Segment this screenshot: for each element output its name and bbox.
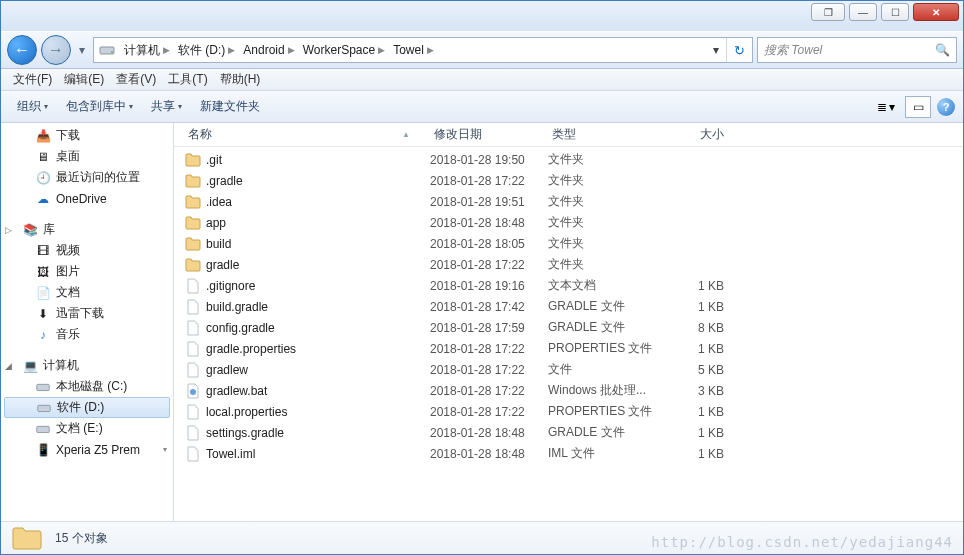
close-button[interactable]: ✕ bbox=[913, 3, 959, 21]
breadcrumb[interactable]: 软件 (D:)▶ bbox=[174, 38, 239, 62]
column-type[interactable]: 类型 bbox=[548, 126, 656, 143]
sidebar-item-onedrive[interactable]: ☁OneDrive bbox=[1, 188, 173, 209]
search-input[interactable]: 搜索 Towel 🔍 bbox=[757, 37, 957, 63]
sidebar-item-video[interactable]: 🎞视频 bbox=[1, 240, 173, 261]
chevron-right-icon: ▶ bbox=[378, 45, 385, 55]
maximize-button[interactable]: ☐ bbox=[881, 3, 909, 21]
minimize-button[interactable]: — bbox=[849, 3, 877, 21]
back-button[interactable]: ← bbox=[7, 35, 37, 65]
sidebar-item-documents[interactable]: 📄文档 bbox=[1, 282, 173, 303]
file-date: 2018-01-28 18:48 bbox=[430, 447, 548, 461]
file-type: PROPERTIES 文件 bbox=[548, 403, 656, 420]
file-row[interactable]: .gradle2018-01-28 17:22文件夹 bbox=[174, 170, 963, 191]
sidebar-item-desktop[interactable]: 🖥桌面 bbox=[1, 146, 173, 167]
history-dropdown[interactable]: ▾ bbox=[75, 36, 89, 64]
menu-view[interactable]: 查看(V) bbox=[110, 70, 162, 90]
sidebar-item-drive-c[interactable]: 本地磁盘 (C:) bbox=[1, 376, 173, 397]
file-icon bbox=[184, 446, 202, 462]
file-date: 2018-01-28 18:48 bbox=[430, 216, 548, 230]
sidebar-item-downloads[interactable]: 📥下载 bbox=[1, 125, 173, 146]
organize-button[interactable]: 组织▾ bbox=[9, 95, 56, 119]
file-row[interactable]: app2018-01-28 18:48文件夹 bbox=[174, 212, 963, 233]
sidebar-item-xperia[interactable]: 📱Xperia Z5 Prem▾ bbox=[1, 439, 173, 460]
file-name: .idea bbox=[206, 195, 430, 209]
file-name: app bbox=[206, 216, 430, 230]
file-date: 2018-01-28 19:16 bbox=[430, 279, 548, 293]
chevron-down-icon[interactable]: ▾ bbox=[163, 445, 167, 454]
sidebar-item-xunlei[interactable]: ⬇迅雷下载 bbox=[1, 303, 173, 324]
file-date: 2018-01-28 19:50 bbox=[430, 153, 548, 167]
menu-help[interactable]: 帮助(H) bbox=[214, 70, 267, 90]
folder-icon bbox=[184, 257, 202, 273]
file-row[interactable]: config.gradle2018-01-28 17:59GRADLE 文件8 … bbox=[174, 317, 963, 338]
breadcrumb[interactable]: Towel▶ bbox=[389, 38, 438, 62]
file-size: 1 KB bbox=[656, 447, 742, 461]
svg-point-1 bbox=[111, 51, 113, 53]
file-row[interactable]: gradle.properties2018-01-28 17:22PROPERT… bbox=[174, 338, 963, 359]
folder-icon bbox=[184, 194, 202, 210]
menu-tools[interactable]: 工具(T) bbox=[162, 70, 213, 90]
new-folder-button[interactable]: 新建文件夹 bbox=[192, 95, 268, 119]
share-button[interactable]: 共享▾ bbox=[143, 95, 190, 119]
expand-icon[interactable]: ◢ bbox=[5, 361, 15, 371]
column-size[interactable]: 大小 bbox=[656, 126, 742, 143]
address-dropdown[interactable]: ▾ bbox=[706, 38, 726, 62]
sidebar-item-computer[interactable]: ◢💻计算机 bbox=[1, 355, 173, 376]
refresh-button[interactable]: ↻ bbox=[726, 38, 752, 62]
file-row[interactable]: build.gradle2018-01-28 17:42GRADLE 文件1 K… bbox=[174, 296, 963, 317]
sidebar-item-music[interactable]: ♪音乐 bbox=[1, 324, 173, 345]
file-type: PROPERTIES 文件 bbox=[548, 340, 656, 357]
sidebar-item-pictures[interactable]: 🖼图片 bbox=[1, 261, 173, 282]
file-name: gradle bbox=[206, 258, 430, 272]
sidebar-item-libraries[interactable]: ▷📚库 bbox=[1, 219, 173, 240]
file-icon bbox=[184, 278, 202, 294]
sidebar-item-drive-e[interactable]: 文档 (E:) bbox=[1, 418, 173, 439]
file-row[interactable]: build2018-01-28 18:05文件夹 bbox=[174, 233, 963, 254]
forward-button[interactable]: → bbox=[41, 35, 71, 65]
file-size: 5 KB bbox=[656, 363, 742, 377]
menu-edit[interactable]: 编辑(E) bbox=[58, 70, 110, 90]
explorer-window: ❐ — ☐ ✕ ← → ▾ 计算机▶ 软件 (D:)▶ Android▶ Wor… bbox=[0, 0, 964, 555]
file-row[interactable]: .gitignore2018-01-28 19:16文本文档1 KB bbox=[174, 275, 963, 296]
popout-button[interactable]: ❐ bbox=[811, 3, 845, 21]
breadcrumb[interactable]: WorkerSpace▶ bbox=[299, 38, 389, 62]
file-size: 1 KB bbox=[656, 300, 742, 314]
view-mode-button[interactable]: ≣▾ bbox=[873, 96, 899, 118]
address-bar[interactable]: 计算机▶ 软件 (D:)▶ Android▶ WorkerSpace▶ Towe… bbox=[93, 37, 753, 63]
menu-file[interactable]: 文件(F) bbox=[7, 70, 58, 90]
sidebar-item-drive-d[interactable]: 软件 (D:) bbox=[4, 397, 170, 418]
file-icon bbox=[184, 299, 202, 315]
file-size: 1 KB bbox=[656, 426, 742, 440]
breadcrumb[interactable]: 计算机▶ bbox=[120, 38, 174, 62]
breadcrumb[interactable]: Android▶ bbox=[239, 38, 298, 62]
preview-pane-button[interactable]: ▭ bbox=[905, 96, 931, 118]
file-row[interactable]: gradlew2018-01-28 17:22文件5 KB bbox=[174, 359, 963, 380]
file-row[interactable]: Towel.iml2018-01-28 18:48IML 文件1 KB bbox=[174, 443, 963, 464]
include-in-library-button[interactable]: 包含到库中▾ bbox=[58, 95, 141, 119]
file-type: GRADLE 文件 bbox=[548, 298, 656, 315]
file-list[interactable]: .git2018-01-28 19:50文件夹.gradle2018-01-28… bbox=[174, 147, 963, 523]
file-date: 2018-01-28 17:22 bbox=[430, 174, 548, 188]
file-row[interactable]: .idea2018-01-28 19:51文件夹 bbox=[174, 191, 963, 212]
file-row[interactable]: .git2018-01-28 19:50文件夹 bbox=[174, 149, 963, 170]
chevron-down-icon: ▾ bbox=[129, 102, 133, 111]
file-row[interactable]: local.properties2018-01-28 17:22PROPERTI… bbox=[174, 401, 963, 422]
file-row[interactable]: settings.gradle2018-01-28 18:48GRADLE 文件… bbox=[174, 422, 963, 443]
file-size: 1 KB bbox=[656, 405, 742, 419]
downloads-icon: 📥 bbox=[35, 128, 51, 144]
expand-icon[interactable]: ▷ bbox=[5, 225, 15, 235]
column-date[interactable]: 修改日期 bbox=[430, 126, 548, 143]
folder-icon bbox=[11, 525, 43, 551]
file-date: 2018-01-28 18:05 bbox=[430, 237, 548, 251]
file-row[interactable]: gradle2018-01-28 17:22文件夹 bbox=[174, 254, 963, 275]
breadcrumb-label: 计算机 bbox=[124, 42, 160, 59]
file-type: 文件 bbox=[548, 361, 656, 378]
drive-icon bbox=[36, 400, 52, 416]
search-placeholder: 搜索 Towel bbox=[764, 42, 822, 59]
file-date: 2018-01-28 17:22 bbox=[430, 384, 548, 398]
file-icon bbox=[184, 383, 202, 399]
help-button[interactable]: ? bbox=[937, 98, 955, 116]
column-name[interactable]: 名称▲ bbox=[184, 126, 430, 143]
sidebar-item-recent[interactable]: 🕘最近访问的位置 bbox=[1, 167, 173, 188]
file-row[interactable]: gradlew.bat2018-01-28 17:22Windows 批处理..… bbox=[174, 380, 963, 401]
